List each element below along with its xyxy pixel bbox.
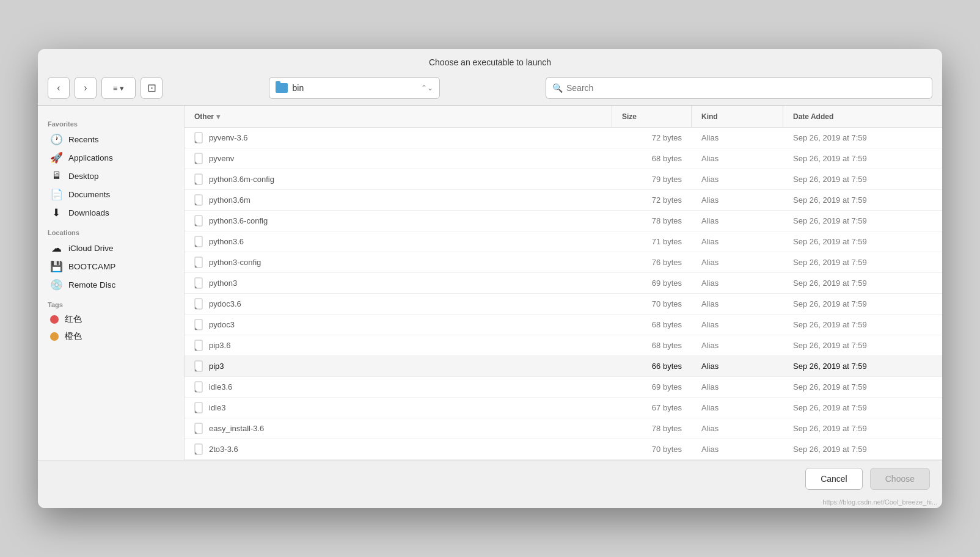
file-kind-cell: Alias	[692, 195, 783, 205]
file-kind-cell: Alias	[692, 362, 783, 371]
sidebar-item-label: iCloud Drive	[68, 244, 114, 253]
recents-icon: 🕐	[50, 133, 62, 145]
sidebar-item-label: BOOTCAMP	[68, 262, 115, 271]
alias-file-icon	[194, 298, 204, 310]
col-header-kind[interactable]: Kind	[692, 106, 783, 127]
file-date-cell: Sep 26, 2019 at 7:59	[783, 382, 942, 391]
svg-rect-12	[195, 257, 202, 268]
alias-file-icon	[194, 319, 204, 331]
alias-file-icon	[194, 153, 204, 165]
file-row[interactable]: pip3 66 bytes Alias Sep 26, 2019 at 7:59	[185, 356, 942, 377]
file-size-cell: 68 bytes	[612, 320, 692, 329]
sidebar-item-downloads[interactable]: ⬇ Downloads	[40, 203, 181, 222]
svg-rect-6	[195, 195, 202, 205]
folder-icon: ⊡	[147, 81, 156, 95]
file-kind-cell: Alias	[692, 175, 783, 184]
dialog-title: Choose an executable to launch	[38, 49, 942, 72]
file-row[interactable]: python3.6m 72 bytes Alias Sep 26, 2019 a…	[185, 190, 942, 211]
location-picker[interactable]: bin ⌃⌄	[269, 77, 440, 99]
file-name: python3	[209, 278, 237, 288]
sidebar: Favorites 🕐 Recents 🚀 Applications 🖥 Des…	[38, 106, 185, 460]
file-row[interactable]: python3.6 71 bytes Alias Sep 26, 2019 at…	[185, 231, 942, 252]
toolbar: ‹ › ≡ ▾ ⊡ bin ⌃⌄ 🔍	[38, 72, 942, 105]
file-name: pydoc3.6	[209, 299, 241, 308]
file-row[interactable]: pydoc3.6 70 bytes Alias Sep 26, 2019 at …	[185, 294, 942, 315]
sidebar-item-tag-red[interactable]: 红色	[40, 311, 181, 328]
sidebar-item-applications[interactable]: 🚀 Applications	[40, 148, 181, 167]
file-date-cell: Sep 26, 2019 at 7:59	[783, 320, 942, 329]
icloud-icon: ☁	[50, 242, 62, 254]
file-name: python3.6m	[209, 195, 250, 205]
forward-button[interactable]: ›	[75, 77, 97, 99]
sidebar-item-desktop[interactable]: 🖥 Desktop	[40, 167, 181, 185]
file-date-cell: Sep 26, 2019 at 7:59	[783, 424, 942, 433]
choose-button[interactable]: Choose	[870, 468, 930, 490]
sidebar-item-remote-disc[interactable]: 💿 Remote Disc	[40, 275, 181, 294]
file-size-cell: 66 bytes	[612, 362, 692, 371]
svg-rect-8	[195, 216, 202, 226]
file-kind-cell: Alias	[692, 154, 783, 163]
file-kind-cell: Alias	[692, 299, 783, 308]
col-header-size[interactable]: Size	[612, 106, 692, 127]
file-row[interactable]: python3.6-config 78 bytes Alias Sep 26, …	[185, 211, 942, 231]
applications-icon: 🚀	[50, 151, 62, 164]
remote-disc-icon: 💿	[50, 278, 62, 291]
file-name-cell: python3.6	[185, 236, 612, 248]
file-name-cell: pyvenv	[185, 153, 612, 165]
file-kind-cell: Alias	[692, 445, 783, 454]
file-name-cell: 2to3-3.6	[185, 443, 612, 456]
cancel-button[interactable]: Cancel	[805, 468, 863, 490]
file-size-cell: 69 bytes	[612, 278, 692, 288]
sidebar-item-recents[interactable]: 🕐 Recents	[40, 130, 181, 148]
sidebar-item-tag-orange[interactable]: 橙色	[40, 328, 181, 345]
file-row[interactable]: pydoc3 68 bytes Alias Sep 26, 2019 at 7:…	[185, 315, 942, 335]
file-row[interactable]: python3.6m-config 79 bytes Alias Sep 26,…	[185, 169, 942, 190]
sidebar-item-label: Remote Disc	[68, 280, 115, 289]
sidebar-item-label: Applications	[68, 153, 113, 162]
file-row[interactable]: pyvenv-3.6 72 bytes Alias Sep 26, 2019 a…	[185, 128, 942, 148]
col-header-name[interactable]: Other ▾	[185, 106, 612, 127]
file-date-cell: Sep 26, 2019 at 7:59	[783, 237, 942, 246]
file-size-cell: 72 bytes	[612, 195, 692, 205]
locations-label: Locations	[38, 222, 184, 239]
svg-rect-30	[195, 444, 202, 454]
file-size-cell: 68 bytes	[612, 154, 692, 163]
file-row[interactable]: python3 69 bytes Alias Sep 26, 2019 at 7…	[185, 273, 942, 294]
view-menu-button[interactable]: ≡ ▾	[101, 77, 136, 99]
file-row[interactable]: pyvenv 68 bytes Alias Sep 26, 2019 at 7:…	[185, 148, 942, 169]
file-name-cell: pip3	[185, 360, 612, 373]
sidebar-item-label: 红色	[65, 314, 82, 325]
file-date-cell: Sep 26, 2019 at 7:59	[783, 175, 942, 184]
sidebar-item-icloud[interactable]: ☁ iCloud Drive	[40, 239, 181, 257]
column-headers: Other ▾ Size Kind Date Added	[185, 106, 942, 128]
sidebar-item-bootcamp[interactable]: 💾 BOOTCAMP	[40, 257, 181, 275]
file-size-cell: 76 bytes	[612, 258, 692, 267]
new-folder-button[interactable]: ⊡	[141, 77, 163, 99]
col-header-date[interactable]: Date Added	[783, 106, 942, 127]
file-name: 2to3-3.6	[209, 445, 238, 454]
file-row[interactable]: idle3 67 bytes Alias Sep 26, 2019 at 7:5…	[185, 398, 942, 418]
file-kind-cell: Alias	[692, 382, 783, 391]
alias-file-icon	[194, 194, 204, 206]
svg-rect-16	[195, 299, 202, 309]
alias-file-icon	[194, 236, 204, 248]
file-name: python3.6m-config	[209, 175, 274, 184]
file-name: pip3	[209, 362, 224, 371]
file-date-cell: Sep 26, 2019 at 7:59	[783, 299, 942, 308]
main-panel: Other ▾ Size Kind Date Added	[185, 106, 942, 460]
desktop-icon: 🖥	[50, 170, 62, 182]
back-button[interactable]: ‹	[48, 77, 70, 99]
bootcamp-icon: 💾	[50, 260, 62, 272]
file-row[interactable]: 2to3-3.6 70 bytes Alias Sep 26, 2019 at …	[185, 439, 942, 460]
file-row[interactable]: idle3.6 69 bytes Alias Sep 26, 2019 at 7…	[185, 377, 942, 398]
sidebar-item-label: Documents	[68, 190, 110, 199]
file-row[interactable]: python3-config 76 bytes Alias Sep 26, 20…	[185, 252, 942, 273]
sidebar-item-documents[interactable]: 📄 Documents	[40, 185, 181, 203]
file-name: pip3.6	[209, 341, 230, 350]
file-name-cell: python3	[185, 277, 612, 289]
file-size-cell: 72 bytes	[612, 133, 692, 142]
search-input[interactable]	[566, 83, 926, 93]
file-row[interactable]: easy_install-3.6 78 bytes Alias Sep 26, …	[185, 418, 942, 439]
file-row[interactable]: pip3.6 68 bytes Alias Sep 26, 2019 at 7:…	[185, 335, 942, 356]
file-name: python3.6	[209, 237, 244, 246]
